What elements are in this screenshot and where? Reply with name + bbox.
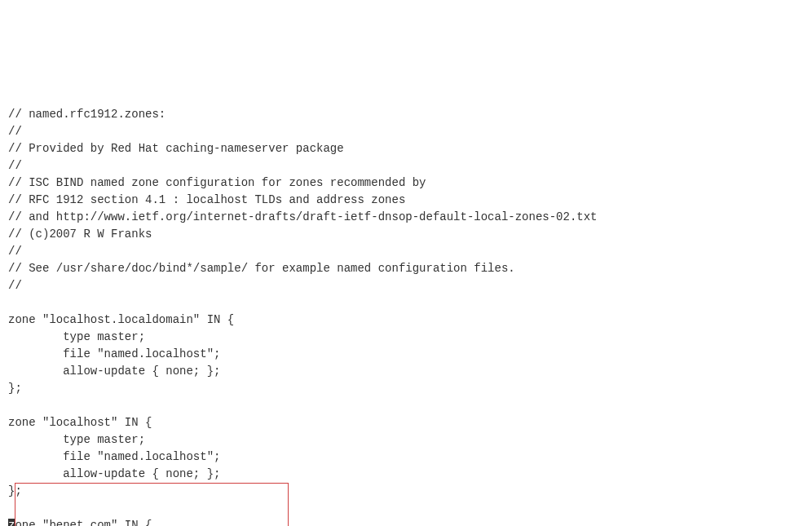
code-line[interactable]: // <box>8 157 804 175</box>
code-editor-content[interactable]: // named.rfc1912.zones://// Provided by … <box>8 72 804 526</box>
code-line[interactable] <box>8 397 804 414</box>
code-line[interactable]: // (c)2007 R W Franks <box>8 226 804 243</box>
code-line[interactable]: }; <box>8 380 804 397</box>
code-line[interactable]: // <box>8 243 804 260</box>
code-line[interactable]: // See /usr/share/doc/bind*/sample/ for … <box>8 260 804 277</box>
code-line[interactable]: // named.rfc1912.zones: <box>8 106 804 123</box>
code-line[interactable]: // <box>8 277 804 294</box>
code-line[interactable] <box>8 500 804 517</box>
code-line[interactable]: // Provided by Red Hat caching-nameserve… <box>8 140 804 157</box>
code-line[interactable]: zone "benet.com" IN { <box>8 517 804 526</box>
text-cursor: z <box>8 519 15 526</box>
code-line[interactable]: allow-update { none; }; <box>8 363 804 380</box>
code-line[interactable]: // and http://www.ietf.org/internet-draf… <box>8 209 804 226</box>
code-line[interactable]: // RFC 1912 section 4.1 : localhost TLDs… <box>8 192 804 209</box>
code-line[interactable]: file "named.localhost"; <box>8 449 804 466</box>
code-line[interactable]: zone "localhost" IN { <box>8 414 804 431</box>
code-line[interactable]: file "named.localhost"; <box>8 346 804 363</box>
code-line[interactable]: zone "localhost.localdomain" IN { <box>8 312 804 329</box>
code-line[interactable]: allow-update { none; }; <box>8 466 804 483</box>
code-line[interactable] <box>8 294 804 312</box>
code-line[interactable]: type master; <box>8 329 804 346</box>
code-line[interactable]: // <box>8 123 804 140</box>
code-line[interactable]: type master; <box>8 431 804 449</box>
code-line[interactable]: }; <box>8 483 804 500</box>
code-line[interactable]: // ISC BIND named zone configuration for… <box>8 175 804 192</box>
